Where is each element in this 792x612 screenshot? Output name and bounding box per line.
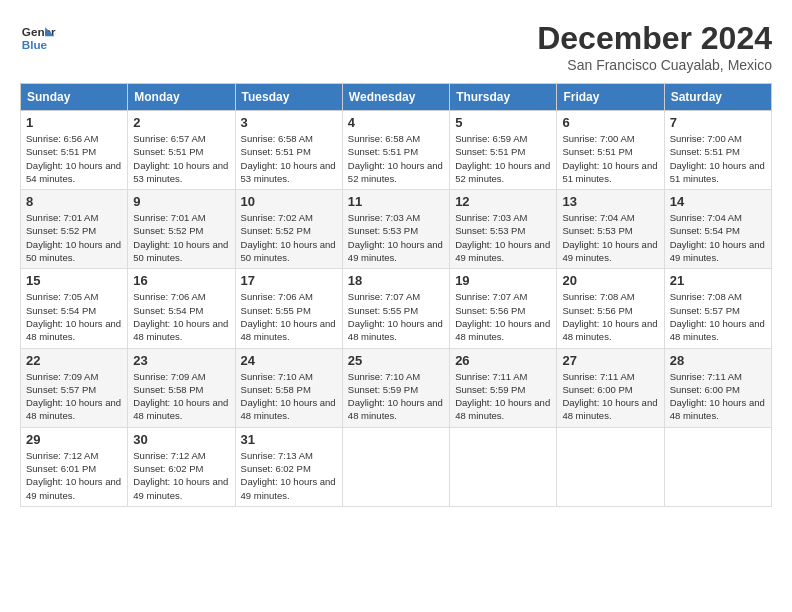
table-row: 29 Sunrise: 7:12 AM Sunset: 6:01 PM Dayl… <box>21 427 128 506</box>
week-row: 22 Sunrise: 7:09 AM Sunset: 5:57 PM Dayl… <box>21 348 772 427</box>
table-row: 9 Sunrise: 7:01 AM Sunset: 5:52 PM Dayli… <box>128 190 235 269</box>
table-row: 3 Sunrise: 6:58 AM Sunset: 5:51 PM Dayli… <box>235 111 342 190</box>
svg-text:Blue: Blue <box>22 38 48 51</box>
table-row: 8 Sunrise: 7:01 AM Sunset: 5:52 PM Dayli… <box>21 190 128 269</box>
table-row: 22 Sunrise: 7:09 AM Sunset: 5:57 PM Dayl… <box>21 348 128 427</box>
col-tuesday: Tuesday <box>235 84 342 111</box>
table-row: 6 Sunrise: 7:00 AM Sunset: 5:51 PM Dayli… <box>557 111 664 190</box>
empty-cell <box>342 427 449 506</box>
calendar-table: Sunday Monday Tuesday Wednesday Thursday… <box>20 83 772 507</box>
table-row: 12 Sunrise: 7:03 AM Sunset: 5:53 PM Dayl… <box>450 190 557 269</box>
table-row: 17 Sunrise: 7:06 AM Sunset: 5:55 PM Dayl… <box>235 269 342 348</box>
week-row: 29 Sunrise: 7:12 AM Sunset: 6:01 PM Dayl… <box>21 427 772 506</box>
table-row: 5 Sunrise: 6:59 AM Sunset: 5:51 PM Dayli… <box>450 111 557 190</box>
col-wednesday: Wednesday <box>342 84 449 111</box>
table-row: 30 Sunrise: 7:12 AM Sunset: 6:02 PM Dayl… <box>128 427 235 506</box>
table-row: 7 Sunrise: 7:00 AM Sunset: 5:51 PM Dayli… <box>664 111 771 190</box>
week-row: 15 Sunrise: 7:05 AM Sunset: 5:54 PM Dayl… <box>21 269 772 348</box>
table-row: 13 Sunrise: 7:04 AM Sunset: 5:53 PM Dayl… <box>557 190 664 269</box>
table-row: 19 Sunrise: 7:07 AM Sunset: 5:56 PM Dayl… <box>450 269 557 348</box>
table-row: 20 Sunrise: 7:08 AM Sunset: 5:56 PM Dayl… <box>557 269 664 348</box>
logo-icon: General Blue <box>20 20 56 56</box>
col-sunday: Sunday <box>21 84 128 111</box>
col-saturday: Saturday <box>664 84 771 111</box>
table-row: 14 Sunrise: 7:04 AM Sunset: 5:54 PM Dayl… <box>664 190 771 269</box>
week-row: 8 Sunrise: 7:01 AM Sunset: 5:52 PM Dayli… <box>21 190 772 269</box>
table-row: 1 Sunrise: 6:56 AM Sunset: 5:51 PM Dayli… <box>21 111 128 190</box>
empty-cell <box>557 427 664 506</box>
logo: General Blue <box>20 20 56 56</box>
table-row: 24 Sunrise: 7:10 AM Sunset: 5:58 PM Dayl… <box>235 348 342 427</box>
table-row: 10 Sunrise: 7:02 AM Sunset: 5:52 PM Dayl… <box>235 190 342 269</box>
month-title: December 2024 <box>537 20 772 57</box>
table-row: 4 Sunrise: 6:58 AM Sunset: 5:51 PM Dayli… <box>342 111 449 190</box>
empty-cell <box>450 427 557 506</box>
col-monday: Monday <box>128 84 235 111</box>
table-row: 25 Sunrise: 7:10 AM Sunset: 5:59 PM Dayl… <box>342 348 449 427</box>
table-row: 28 Sunrise: 7:11 AM Sunset: 6:00 PM Dayl… <box>664 348 771 427</box>
col-friday: Friday <box>557 84 664 111</box>
empty-cell <box>664 427 771 506</box>
table-row: 2 Sunrise: 6:57 AM Sunset: 5:51 PM Dayli… <box>128 111 235 190</box>
week-row: 1 Sunrise: 6:56 AM Sunset: 5:51 PM Dayli… <box>21 111 772 190</box>
table-row: 31 Sunrise: 7:13 AM Sunset: 6:02 PM Dayl… <box>235 427 342 506</box>
title-area: December 2024 San Francisco Cuayalab, Me… <box>537 20 772 73</box>
table-row: 16 Sunrise: 7:06 AM Sunset: 5:54 PM Dayl… <box>128 269 235 348</box>
calendar-header-row: Sunday Monday Tuesday Wednesday Thursday… <box>21 84 772 111</box>
col-thursday: Thursday <box>450 84 557 111</box>
table-row: 27 Sunrise: 7:11 AM Sunset: 6:00 PM Dayl… <box>557 348 664 427</box>
table-row: 11 Sunrise: 7:03 AM Sunset: 5:53 PM Dayl… <box>342 190 449 269</box>
location-title: San Francisco Cuayalab, Mexico <box>537 57 772 73</box>
table-row: 15 Sunrise: 7:05 AM Sunset: 5:54 PM Dayl… <box>21 269 128 348</box>
table-row: 21 Sunrise: 7:08 AM Sunset: 5:57 PM Dayl… <box>664 269 771 348</box>
page-header: General Blue December 2024 San Francisco… <box>20 20 772 73</box>
table-row: 18 Sunrise: 7:07 AM Sunset: 5:55 PM Dayl… <box>342 269 449 348</box>
table-row: 23 Sunrise: 7:09 AM Sunset: 5:58 PM Dayl… <box>128 348 235 427</box>
table-row: 26 Sunrise: 7:11 AM Sunset: 5:59 PM Dayl… <box>450 348 557 427</box>
svg-text:General: General <box>22 25 56 38</box>
